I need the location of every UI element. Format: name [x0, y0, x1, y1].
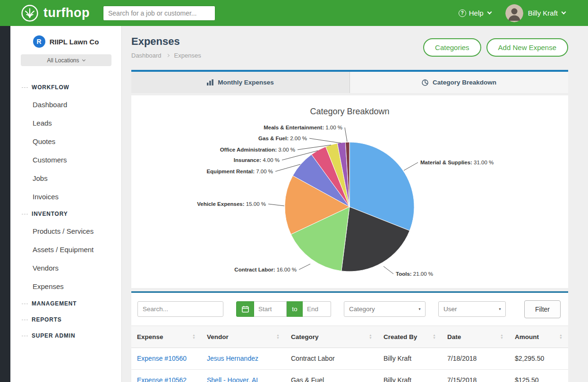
- breadcrumb-expenses: Expenses: [174, 52, 201, 59]
- select-arrow-icon: ▼: [418, 307, 421, 311]
- pie-label: Meals & Entertainment: 1.00 %: [264, 125, 342, 130]
- location-selector-label: All Locations: [47, 57, 79, 64]
- sort-icon: ▲▼: [559, 334, 562, 340]
- column-header-expense[interactable]: Expense▲▼: [131, 326, 201, 348]
- breadcrumb: Dashboard Expenses: [131, 52, 201, 59]
- date-cell: 7/15/2018: [442, 369, 509, 382]
- pie-label-leader-line: [345, 127, 347, 142]
- vendor-link[interactable]: Shell - Hoover, AL: [207, 376, 260, 382]
- sidebar-item-quotes[interactable]: Quotes: [10, 132, 121, 151]
- pie-label-leader-line: [299, 264, 310, 270]
- page-header: Expenses Dashboard Expenses Categories A…: [131, 35, 568, 59]
- sort-icon: ▲▼: [500, 334, 503, 340]
- categories-button[interactable]: Categories: [423, 38, 481, 57]
- sidebar-item-customers[interactable]: Customers: [10, 151, 121, 169]
- pie-label: Vehicle Expenses: 15.00 %: [197, 201, 266, 207]
- breadcrumb-dashboard[interactable]: Dashboard: [131, 52, 162, 59]
- user-avatar[interactable]: [505, 4, 523, 22]
- pie-label: Tools: 21.00 %: [396, 271, 433, 277]
- column-header-category[interactable]: Category▲▼: [285, 326, 378, 348]
- turfhop-logo-icon: [21, 4, 39, 22]
- date-range-group: to: [236, 301, 331, 317]
- column-label: Vendor: [207, 333, 229, 340]
- calendar-icon: [242, 306, 249, 313]
- column-label: Date: [447, 333, 461, 340]
- user-menu[interactable]: Billy Kraft: [528, 9, 565, 17]
- pie-label-leader-line: [383, 266, 393, 274]
- sidebar-section-management[interactable]: MANAGEMENT: [10, 296, 121, 312]
- category-breakdown-pie-chart: Material & Supplies: 31.00 %Tools: 21.00…: [131, 117, 568, 283]
- sidebar-section-reports[interactable]: REPORTS: [10, 312, 121, 328]
- global-search-input[interactable]: [103, 6, 215, 21]
- category-filter-select[interactable]: Category ▼: [344, 301, 426, 317]
- amount-cell: $2,295.50: [509, 348, 568, 369]
- sidebar-item-vendors[interactable]: Vendors: [10, 259, 121, 277]
- category-cell: Gas & Fuel: [285, 369, 378, 382]
- sidebar-item-expenses[interactable]: Expenses: [10, 277, 121, 296]
- calendar-button[interactable]: [236, 301, 254, 317]
- pie-label-leader-line: [268, 204, 284, 206]
- section-label: REPORTS: [32, 316, 62, 323]
- bar-chart-icon: [207, 79, 213, 85]
- pie-label: Equipment Rental: 7.00 %: [206, 169, 273, 174]
- sidebar-item-dashboard[interactable]: Dashboard: [10, 95, 121, 114]
- expense-link[interactable]: Expense #10562: [137, 376, 187, 382]
- column-header-amount[interactable]: Amount▲▼: [509, 326, 568, 348]
- sidebar-dark-strip: [0, 26, 10, 382]
- chart-tabs: Monthly Expenses Category Breakdown: [131, 70, 568, 93]
- sidebar-item-invoices[interactable]: Invoices: [10, 187, 121, 206]
- sidebar-item-jobs[interactable]: Jobs: [10, 169, 121, 187]
- pie-label: Gas & Fuel: 2.00 %: [258, 136, 307, 141]
- end-date-input[interactable]: [303, 301, 331, 317]
- chevron-right-icon: [166, 54, 170, 57]
- help-icon: ?: [459, 9, 466, 17]
- tab-category-breakdown[interactable]: Category Breakdown: [349, 72, 568, 93]
- sidebar-item-assets-equipment[interactable]: Assets / Equipment: [10, 240, 121, 259]
- column-header-date[interactable]: Date▲▼: [442, 326, 509, 348]
- sidebar-section-super-admin[interactable]: SUPER ADMIN: [10, 328, 121, 344]
- sidebar-item-products-services[interactable]: Products / Services: [10, 222, 121, 240]
- company-logo: R: [33, 35, 45, 48]
- topbar: turfhop ? Help Billy Kraft: [0, 0, 588, 26]
- table-header-row: Expense▲▼ Vendor▲▼ Category▲▼ Created By…: [131, 326, 568, 348]
- chart-panel: Category Breakdown Material & Supplies: …: [131, 95, 568, 288]
- date-range-to-label: to: [287, 301, 303, 317]
- sidebar-nav: WORKFLOW Dashboard Leads Quotes Customer…: [10, 79, 121, 344]
- vendor-link[interactable]: Jesus Hernandez: [207, 355, 258, 362]
- sidebar-section-workflow[interactable]: WORKFLOW: [10, 79, 121, 95]
- column-header-vendor[interactable]: Vendor▲▼: [201, 326, 285, 348]
- table-search-input[interactable]: [137, 301, 223, 317]
- location-selector[interactable]: All Locations: [21, 54, 111, 66]
- user-filter-select[interactable]: User ▼: [438, 301, 506, 317]
- add-new-expense-button[interactable]: Add New Expense: [486, 38, 568, 57]
- page-title: Expenses: [131, 35, 201, 48]
- section-label: INVENTORY: [32, 211, 68, 217]
- tab-monthly-expenses[interactable]: Monthly Expenses: [131, 72, 349, 93]
- section-label: MANAGEMENT: [32, 300, 77, 307]
- created-by-cell: Billy Kraft: [378, 369, 442, 382]
- sort-icon: ▲▼: [192, 334, 196, 340]
- category-cell: Contract Labor: [285, 348, 378, 369]
- chevron-down-icon: [562, 10, 566, 15]
- header-buttons: Categories Add New Expense: [423, 38, 568, 57]
- help-label: Help: [469, 9, 484, 17]
- category-filter-value: Category: [349, 306, 375, 313]
- tab-label: Category Breakdown: [433, 79, 496, 86]
- user-name: Billy Kraft: [528, 9, 558, 17]
- expense-link[interactable]: Expense #10560: [137, 355, 187, 362]
- filter-bar: to Category ▼ User ▼ Filter: [131, 291, 568, 325]
- start-date-input[interactable]: [254, 301, 287, 317]
- brand[interactable]: turfhop: [21, 4, 90, 22]
- section-label: SUPER ADMIN: [32, 332, 75, 339]
- table-row: Expense #10562 Shell - Hoover, AL Gas & …: [131, 369, 568, 382]
- sidebar-item-leads[interactable]: Leads: [10, 114, 121, 132]
- help-menu[interactable]: ? Help: [459, 9, 491, 17]
- main-content: Expenses Dashboard Expenses Categories A…: [122, 26, 588, 382]
- tab-label: Monthly Expenses: [218, 79, 274, 86]
- company-row: R RIIPL Lawn Co: [10, 26, 121, 48]
- sidebar-section-inventory[interactable]: INVENTORY: [10, 206, 121, 222]
- column-header-created-by[interactable]: Created By▲▼: [378, 326, 442, 348]
- amount-cell: $125.50: [509, 369, 568, 382]
- date-cell: 7/18/2018: [442, 348, 509, 369]
- filter-button[interactable]: Filter: [524, 300, 561, 318]
